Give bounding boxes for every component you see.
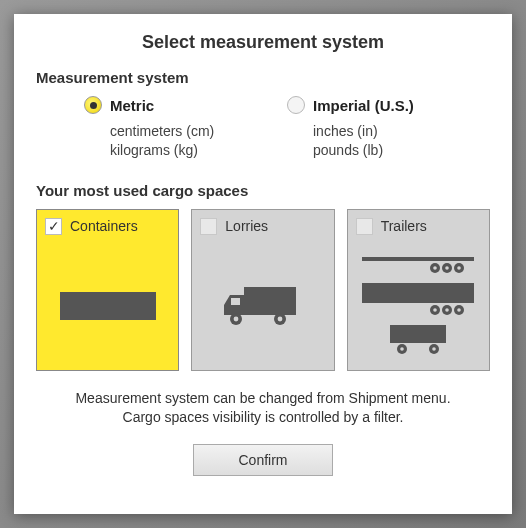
cargo-cards: ✓ Containers Lorries bbox=[36, 209, 490, 371]
measurement-dialog: Select measurement system Measurement sy… bbox=[14, 14, 512, 514]
measurement-radio-group: Metric centimeters (cm) kilograms (kg) I… bbox=[36, 96, 490, 160]
radio-option-metric[interactable]: Metric centimeters (cm) kilograms (kg) bbox=[84, 96, 287, 160]
unit-line: centimeters (cm) bbox=[110, 122, 287, 141]
svg-point-23 bbox=[401, 347, 405, 351]
radio-icon bbox=[84, 96, 102, 114]
cargo-section-label: Your most used cargo spaces bbox=[36, 182, 490, 199]
svg-point-11 bbox=[446, 266, 450, 270]
svg-point-19 bbox=[458, 308, 462, 312]
svg-point-17 bbox=[434, 308, 438, 312]
cargo-card-label: Trailers bbox=[381, 218, 427, 234]
dialog-title: Select measurement system bbox=[36, 32, 490, 53]
svg-point-24 bbox=[433, 347, 437, 351]
radio-sub: centimeters (cm) kilograms (kg) bbox=[84, 122, 287, 160]
hint-line: Cargo spaces visibility is controlled by… bbox=[36, 408, 490, 428]
radio-icon bbox=[287, 96, 305, 114]
svg-point-18 bbox=[446, 308, 450, 312]
cargo-card-lorries[interactable]: Lorries bbox=[191, 209, 334, 371]
svg-rect-20 bbox=[390, 325, 446, 343]
hint-line: Measurement system can be changed from S… bbox=[36, 389, 490, 409]
checkbox-icon bbox=[356, 218, 373, 235]
svg-rect-13 bbox=[362, 283, 474, 303]
unit-line: pounds (lb) bbox=[313, 141, 490, 160]
svg-rect-1 bbox=[231, 298, 240, 305]
svg-point-12 bbox=[458, 266, 462, 270]
checkbox-icon bbox=[200, 218, 217, 235]
confirm-button[interactable]: Confirm bbox=[193, 444, 333, 476]
measurement-section-label: Measurement system bbox=[36, 69, 490, 86]
svg-point-5 bbox=[278, 316, 283, 321]
svg-rect-6 bbox=[362, 257, 474, 261]
unit-line: inches (in) bbox=[313, 122, 490, 141]
cargo-card-label: Lorries bbox=[225, 218, 268, 234]
cargo-card-label: Containers bbox=[70, 218, 138, 234]
checkbox-icon: ✓ bbox=[45, 218, 62, 235]
radio-option-imperial[interactable]: Imperial (U.S.) inches (in) pounds (lb) bbox=[287, 96, 490, 160]
svg-point-3 bbox=[234, 316, 239, 321]
dialog-backdrop: Select measurement system Measurement sy… bbox=[0, 0, 526, 528]
container-icon bbox=[37, 250, 178, 362]
svg-rect-0 bbox=[244, 287, 296, 315]
lorry-icon bbox=[192, 250, 333, 362]
svg-point-10 bbox=[434, 266, 438, 270]
radio-sub: inches (in) pounds (lb) bbox=[287, 122, 490, 160]
cargo-card-containers[interactable]: ✓ Containers bbox=[36, 209, 179, 371]
radio-label: Imperial (U.S.) bbox=[313, 97, 414, 114]
trailer-icon bbox=[348, 250, 489, 362]
unit-line: kilograms (kg) bbox=[110, 141, 287, 160]
cargo-card-trailers[interactable]: Trailers bbox=[347, 209, 490, 371]
radio-label: Metric bbox=[110, 97, 154, 114]
hint-text: Measurement system can be changed from S… bbox=[36, 389, 490, 428]
button-row: Confirm bbox=[36, 444, 490, 476]
